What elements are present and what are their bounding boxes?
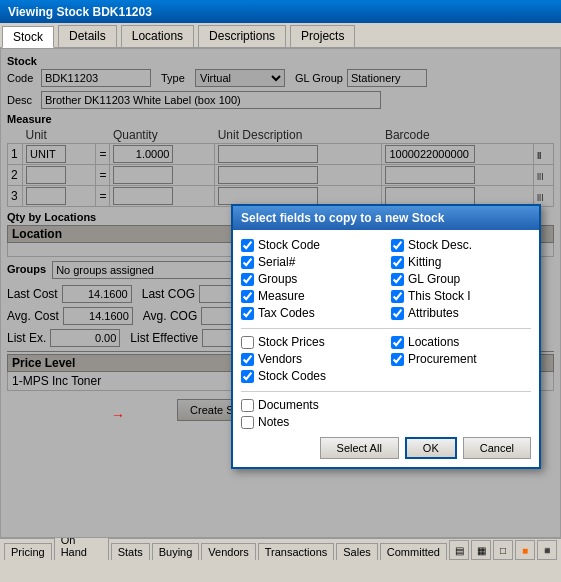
bottom-tab-transactions[interactable]: Transactions	[258, 543, 335, 560]
cb-notes-label: Notes	[258, 415, 289, 429]
cb-measure-item: Measure	[241, 289, 381, 303]
main-content: Stock Code Type Virtual GL Group Desc Me…	[0, 48, 561, 538]
cb-serial-item: Serial#	[241, 255, 381, 269]
bottom-tab-buying[interactable]: Buying	[152, 543, 200, 560]
toolbar-icon-4[interactable]: ■	[515, 540, 535, 560]
bottom-tab-committed[interactable]: Committed	[380, 543, 447, 560]
cb-stock-codes-item: Stock Codes	[241, 369, 381, 383]
cb-locations-label: Locations	[408, 335, 459, 349]
ok-button[interactable]: OK	[405, 437, 457, 459]
bottom-tab-sales[interactable]: Sales	[336, 543, 378, 560]
cb-groups-item: Groups	[241, 272, 381, 286]
tab-descriptions[interactable]: Descriptions	[198, 25, 286, 47]
cb-stock-desc-label: Stock Desc.	[408, 238, 472, 252]
cb-procurement-label: Procurement	[408, 352, 477, 366]
cb-groups[interactable]	[241, 273, 254, 286]
second-checkboxes: Stock Prices Locations Vendors Procureme…	[241, 335, 531, 383]
cb-stock-desc-item: Stock Desc.	[391, 238, 531, 252]
cb-stock-prices-label: Stock Prices	[258, 335, 325, 349]
cb-this-stock-label: This Stock I	[408, 289, 471, 303]
cb-gl-group-label: GL Group	[408, 272, 460, 286]
cb-notes-item: Notes	[241, 415, 531, 429]
tab-projects[interactable]: Projects	[290, 25, 355, 47]
cb-gl-group-item: GL Group	[391, 272, 531, 286]
toolbar-icon-3[interactable]: □	[493, 540, 513, 560]
cb-serial-label: Serial#	[258, 255, 295, 269]
cb-tax-codes[interactable]	[241, 307, 254, 320]
cb-vendors-item: Vendors	[241, 352, 381, 366]
cb-stock-code-item: Stock Code	[241, 238, 381, 252]
dialog-title: Select fields to copy to a new Stock	[233, 206, 539, 230]
cb-attributes-item: Attributes	[391, 306, 531, 320]
cb-documents-item: Documents	[241, 398, 531, 412]
copy-fields-dialog: Select fields to copy to a new Stock Sto…	[231, 204, 541, 469]
select-all-button[interactable]: Select All	[320, 437, 399, 459]
cb-kitting[interactable]	[391, 256, 404, 269]
dialog-divider-1	[241, 328, 531, 329]
cb-stock-desc[interactable]	[391, 239, 404, 252]
window-title: Viewing Stock BDK11203	[8, 5, 152, 19]
arrow-indicator: →	[111, 407, 125, 423]
dialog-divider-2	[241, 391, 531, 392]
tab-locations[interactable]: Locations	[121, 25, 194, 47]
cb-procurement-item: Procurement	[391, 352, 531, 366]
cb-attributes-label: Attributes	[408, 306, 459, 320]
toolbar-icon-1[interactable]: ▤	[449, 540, 469, 560]
main-tab-bar: Stock Details Locations Descriptions Pro…	[0, 23, 561, 48]
cancel-button[interactable]: Cancel	[463, 437, 531, 459]
cb-this-stock[interactable]	[391, 290, 404, 303]
cb-stock-prices[interactable]	[241, 336, 254, 349]
cb-documents[interactable]	[241, 399, 254, 412]
bottom-tab-stats[interactable]: Stats	[111, 543, 150, 560]
bottom-tab-pricing[interactable]: Pricing	[4, 543, 52, 560]
third-checkboxes: Documents Notes	[241, 398, 531, 429]
cb-stock-code[interactable]	[241, 239, 254, 252]
dialog-buttons: Select All OK Cancel	[241, 437, 531, 459]
cb-measure[interactable]	[241, 290, 254, 303]
cb-locations[interactable]	[391, 336, 404, 349]
cb-groups-label: Groups	[258, 272, 297, 286]
icon-toolbar: ▤ ▦ □ ■ ◾	[449, 540, 557, 560]
cb-measure-label: Measure	[258, 289, 305, 303]
main-checkboxes: Stock Code Stock Desc. Serial# Kitting G…	[241, 238, 531, 320]
cb-stock-codes[interactable]	[241, 370, 254, 383]
cb-kitting-item: Kitting	[391, 255, 531, 269]
dialog-body: Stock Code Stock Desc. Serial# Kitting G…	[233, 230, 539, 467]
cb-tax-codes-item: Tax Codes	[241, 306, 381, 320]
cb-stock-code-label: Stock Code	[258, 238, 320, 252]
cb-tax-codes-label: Tax Codes	[258, 306, 315, 320]
bottom-tab-vendors[interactable]: Vendors	[201, 543, 255, 560]
cb-kitting-label: Kitting	[408, 255, 441, 269]
cb-locations-item: Locations	[391, 335, 531, 349]
cb-notes[interactable]	[241, 416, 254, 429]
tab-stock[interactable]: Stock	[2, 26, 54, 48]
toolbar-icon-2[interactable]: ▦	[471, 540, 491, 560]
cb-stock-prices-item: Stock Prices	[241, 335, 381, 349]
cb-serial[interactable]	[241, 256, 254, 269]
cb-vendors-label: Vendors	[258, 352, 302, 366]
cb-procurement[interactable]	[391, 353, 404, 366]
toolbar-icon-5[interactable]: ◾	[537, 540, 557, 560]
cb-stock-codes-label: Stock Codes	[258, 369, 326, 383]
bottom-tab-bar: Pricing Stock On Hand Stats Buying Vendo…	[0, 538, 561, 560]
cb-this-stock-item: This Stock I	[391, 289, 531, 303]
cb-vendors[interactable]	[241, 353, 254, 366]
title-bar: Viewing Stock BDK11203	[0, 0, 561, 23]
cb-attributes[interactable]	[391, 307, 404, 320]
cb-gl-group[interactable]	[391, 273, 404, 286]
cb-documents-label: Documents	[258, 398, 319, 412]
tab-details[interactable]: Details	[58, 25, 117, 47]
